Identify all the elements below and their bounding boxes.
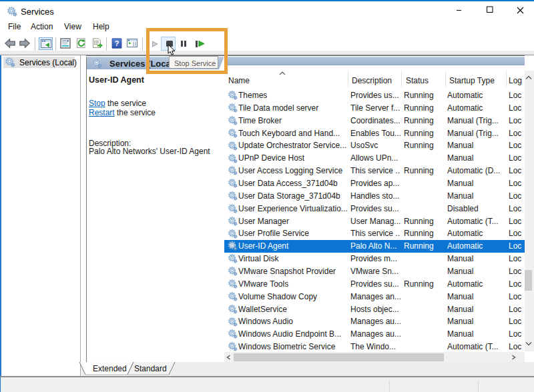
svg-text:Extended: Extended [93,364,127,373]
svg-text:?: ? [114,39,119,47]
svg-text:Standard: Standard [134,364,167,373]
